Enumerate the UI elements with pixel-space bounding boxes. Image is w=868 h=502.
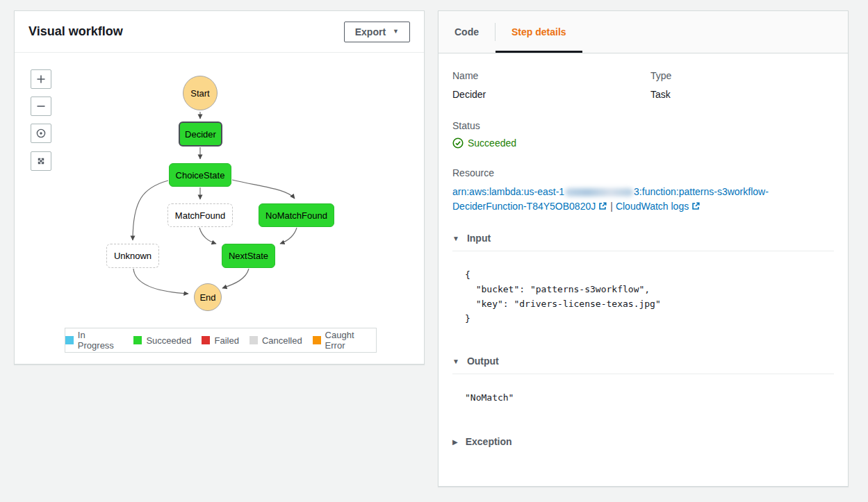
resource-arn-line1: arn:aws:lambda:us-east-13:function:patte… <box>452 185 834 199</box>
legend-failed: Failed <box>202 335 238 346</box>
node-nextstate[interactable]: NextState <box>222 244 275 268</box>
resource-arn-line2: DeciderFunction-T84Y5OB0820J|CloudWatch … <box>452 199 834 214</box>
node-label: NoMatchFound <box>265 210 327 221</box>
tab-step-details[interactable]: Step details <box>496 11 582 53</box>
external-link-icon <box>691 201 701 211</box>
legend-caught-error: Caught Error <box>313 330 376 351</box>
panel-title: Visual workflow <box>28 24 123 39</box>
lambda-arn-link-continued[interactable]: DeciderFunction-T84Y5OB0820J <box>452 201 607 212</box>
input-section-header[interactable]: ▼ Input <box>452 233 834 244</box>
legend-in-progress: In Progress <box>65 330 123 351</box>
node-label: Start <box>190 88 209 99</box>
node-matchfound[interactable]: MatchFound <box>167 203 233 227</box>
type-field: Type Task <box>650 70 834 100</box>
section-divider <box>452 374 834 374</box>
tab-bar: Code Step details <box>439 11 848 53</box>
node-choicestate[interactable]: ChoiceState <box>169 163 231 187</box>
node-label: NextState <box>229 251 268 261</box>
step-details-panel: Code Step details Name Decider Type Task… <box>438 10 849 487</box>
status-legend: In Progress Succeeded Failed Cancelled C… <box>65 328 377 353</box>
section-divider <box>452 251 834 251</box>
visual-workflow-panel: Visual workflow Export ▼ <box>14 10 425 365</box>
workflow-diagram: Start Decider ChoiceState MatchFound NoM… <box>15 53 424 364</box>
type-label: Type <box>650 70 834 81</box>
node-label: Unknown <box>114 251 152 261</box>
input-json: { "bucket": "patterns-s3workflow", "key"… <box>465 267 834 326</box>
resource-label: Resource <box>452 167 834 178</box>
type-value: Task <box>650 89 834 100</box>
node-nomatchfound[interactable]: NoMatchFound <box>259 203 334 227</box>
caught-error-swatch <box>313 336 321 344</box>
lambda-arn-link[interactable]: arn:aws:lambda:us-east-13:function:patte… <box>452 186 769 197</box>
in-progress-swatch <box>65 336 74 344</box>
node-decider[interactable]: Decider <box>179 122 222 147</box>
status-label: Status <box>452 120 834 131</box>
node-label: MatchFound <box>175 210 225 221</box>
resource-field: Resource arn:aws:lambda:us-east-13:funct… <box>452 167 834 214</box>
node-start[interactable]: Start <box>183 76 218 110</box>
status-badge: Succeeded <box>452 137 834 149</box>
external-link-icon <box>598 201 607 211</box>
legend-succeeded: Succeeded <box>133 335 191 346</box>
status-field: Status Succeeded <box>452 120 834 149</box>
exception-section-header[interactable]: ▶ Exception <box>452 436 834 447</box>
node-label: ChoiceState <box>176 170 225 181</box>
caret-right-icon: ▶ <box>452 438 458 446</box>
redacted-account-id <box>565 188 633 196</box>
input-section: ▼ Input { "bucket": "patterns-s3workflow… <box>452 233 834 326</box>
name-label: Name <box>452 70 650 81</box>
legend-cancelled: Cancelled <box>249 335 302 346</box>
caret-down-icon: ▼ <box>452 358 459 365</box>
failed-swatch <box>202 336 210 344</box>
export-button-label: Export <box>355 26 386 37</box>
exception-section: ▶ Exception <box>452 436 834 447</box>
export-button[interactable]: Export ▼ <box>344 22 410 42</box>
cloudwatch-logs-link[interactable]: CloudWatch logs <box>616 201 701 212</box>
tab-code[interactable]: Code <box>439 11 495 53</box>
output-section-header[interactable]: ▼ Output <box>452 355 834 367</box>
caret-down-icon: ▼ <box>452 235 459 242</box>
cancelled-swatch <box>249 336 258 344</box>
success-check-icon <box>452 137 464 149</box>
chevron-down-icon: ▼ <box>393 28 399 35</box>
node-end[interactable]: End <box>194 283 222 311</box>
node-label: End <box>199 292 215 303</box>
name-field: Name Decider <box>452 70 650 100</box>
succeeded-swatch <box>133 336 142 344</box>
step-details-content: Name Decider Type Task Status Succeeded … <box>439 53 848 447</box>
name-value: Decider <box>452 89 650 100</box>
output-json: "NoMatch" <box>465 390 834 405</box>
node-label: Decider <box>185 129 216 140</box>
node-unknown[interactable]: Unknown <box>106 244 159 268</box>
visual-workflow-header: Visual workflow Export ▼ <box>15 11 424 53</box>
link-separator: | <box>610 201 613 212</box>
output-section: ▼ Output "NoMatch" <box>452 355 834 405</box>
